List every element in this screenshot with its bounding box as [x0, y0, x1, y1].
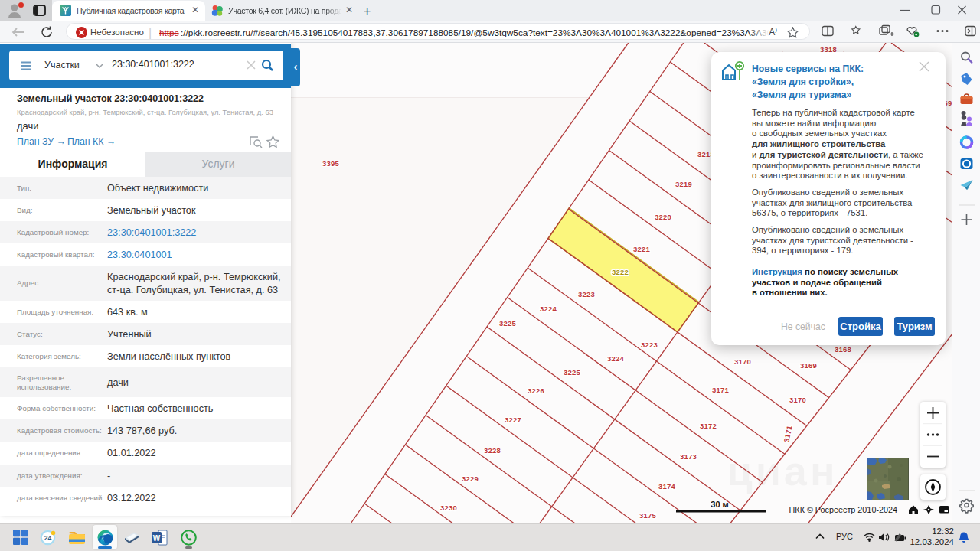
- svg-text:3226: 3226: [528, 386, 544, 395]
- svg-text:3222: 3222: [612, 268, 629, 276]
- svg-text:24: 24: [44, 534, 52, 542]
- svg-text:3219: 3219: [675, 180, 692, 188]
- svg-text:3225: 3225: [564, 368, 580, 377]
- svg-text:3221: 3221: [633, 245, 650, 253]
- svg-text:3220: 3220: [655, 213, 671, 221]
- svg-text:3170: 3170: [789, 396, 806, 404]
- svg-text:3169: 3169: [800, 361, 817, 370]
- svg-text:30 м: 30 м: [710, 500, 728, 509]
- svg-text:3395: 3395: [322, 159, 339, 168]
- svg-text:3229: 3229: [462, 474, 479, 483]
- svg-text:3174: 3174: [658, 482, 675, 491]
- svg-text:W: W: [153, 534, 161, 543]
- svg-text:3227: 3227: [505, 416, 521, 424]
- svg-text:3228: 3228: [484, 446, 501, 455]
- svg-text:ПКК © Росреестр 2010-2024: ПКК © Росреестр 2010-2024: [789, 505, 897, 514]
- svg-text:3224: 3224: [607, 354, 624, 363]
- svg-text:3175: 3175: [639, 511, 656, 520]
- svg-text:3230: 3230: [440, 504, 457, 512]
- svg-text:3223: 3223: [578, 290, 595, 298]
- svg-text:3172: 3172: [700, 422, 717, 430]
- svg-text:3168: 3168: [835, 345, 851, 354]
- svg-text:3170: 3170: [734, 357, 751, 366]
- svg-text:3223: 3223: [641, 341, 658, 349]
- svg-text:3225: 3225: [499, 319, 516, 328]
- svg-text:3173: 3173: [680, 452, 697, 461]
- svg-text:3224: 3224: [540, 305, 557, 313]
- svg-text:циан: циан: [727, 448, 838, 494]
- svg-text:3171: 3171: [712, 386, 729, 394]
